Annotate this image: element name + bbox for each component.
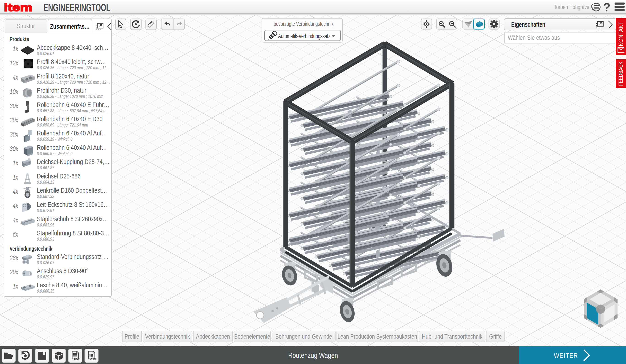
svg-text:FEEDBACK: FEEDBACK (617, 62, 624, 86)
svg-text:KONTAKT: KONTAKT (617, 22, 624, 46)
